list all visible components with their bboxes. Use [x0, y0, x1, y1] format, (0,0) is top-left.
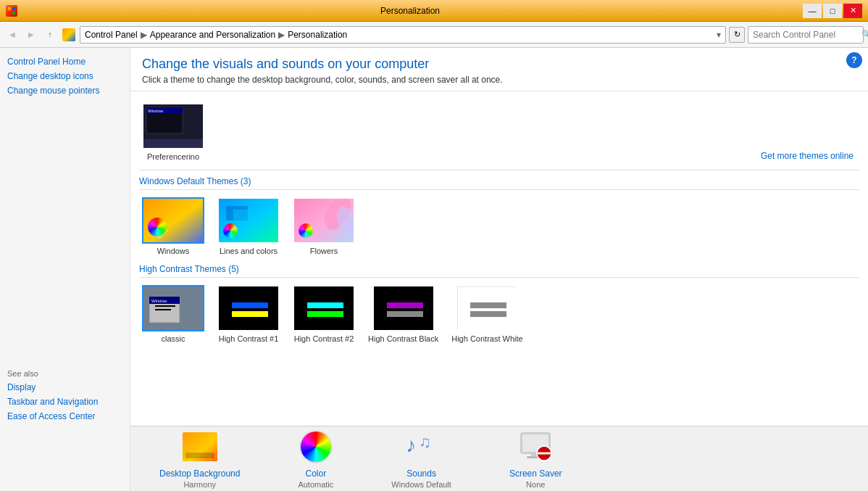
- svg-rect-23: [155, 309, 171, 310]
- color-sublabel: Automatic: [298, 480, 333, 489]
- maximize-button[interactable]: □: [823, 4, 842, 18]
- content-title: Change the visuals and sounds on your co…: [142, 57, 856, 72]
- close-button[interactable]: ✕: [843, 4, 862, 18]
- hc-white-thumbnail: [456, 285, 518, 331]
- svg-rect-26: [232, 311, 268, 317]
- path-sep-2: ▶: [278, 30, 285, 40]
- flowers-thumbnail: [293, 197, 355, 244]
- theme-item-hc-white[interactable]: High Contrast White: [448, 282, 525, 346]
- svg-rect-27: [294, 286, 355, 331]
- sounds-label: Sounds: [406, 469, 436, 479]
- classic-thumbnail: Window: [142, 285, 204, 331]
- theme-item-hc-black[interactable]: High Contrast Black: [365, 282, 441, 346]
- get-more-themes-link[interactable]: Get more themes online: [761, 151, 854, 161]
- address-path[interactable]: Control Panel ▶ Appearance and Personali…: [80, 26, 726, 44]
- theme-item-lines-colors[interactable]: Lines and colors: [214, 194, 283, 258]
- lines-colors-thumbnail: [217, 197, 280, 244]
- sidebar-item-ease-of-access[interactable]: Ease of Access Center: [7, 411, 123, 421]
- content-area: Change the visuals and sounds on your co…: [130, 48, 868, 491]
- flowers-label: Flowers: [310, 247, 338, 255]
- path-segment-1: Control Panel: [85, 30, 138, 40]
- window-controls: — □ ✕: [803, 4, 862, 18]
- lines-colors-label: Lines and colors: [220, 247, 277, 255]
- toolbar-item-sounds[interactable]: ♪ ♫ Sounds Windows Default: [391, 429, 451, 489]
- sidebar-item-display[interactable]: Display: [7, 382, 123, 392]
- hc2-preview: [294, 286, 355, 331]
- theme-item-classic[interactable]: Window classic: [139, 282, 207, 346]
- toolbar-item-desktop-bg[interactable]: Desktop Background Harmony: [159, 429, 240, 489]
- svg-rect-22: [155, 305, 175, 307]
- sidebar-item-change-mouse-pointers[interactable]: Change mouse pointers: [7, 86, 122, 96]
- sidebar-item-control-panel-home[interactable]: Control Panel Home: [7, 57, 122, 67]
- svg-rect-37: [185, 453, 214, 458]
- help-button[interactable]: ?: [846, 52, 862, 68]
- hc-black-label: High Contrast Black: [368, 334, 438, 343]
- forward-button[interactable]: ▶: [23, 27, 39, 43]
- classic-preview: Window: [143, 286, 204, 331]
- svg-rect-0: [8, 7, 11, 10]
- windows-default-section-header: Windows Default Themes (3): [139, 176, 859, 190]
- sidebar-item-change-desktop-icons[interactable]: Change desktop icons: [7, 71, 122, 81]
- svg-text:♪: ♪: [406, 434, 416, 456]
- window-title: Personalization: [17, 6, 803, 16]
- hc1-preview: [219, 286, 280, 331]
- hc2-thumbnail: [293, 285, 355, 331]
- main-layout: Control Panel Home Change desktop icons …: [0, 48, 868, 491]
- high-contrast-section-header: High Contrast Themes (5): [139, 264, 859, 278]
- svg-text:Window: Window: [151, 299, 167, 303]
- screen-saver-sublabel: None: [526, 480, 545, 489]
- sounds-preview: ♪ ♫: [404, 432, 439, 462]
- svg-rect-5: [143, 139, 204, 149]
- search-icon[interactable]: 🔍: [861, 30, 868, 39]
- svg-rect-30: [374, 286, 435, 331]
- color-icon: [299, 429, 333, 464]
- svg-rect-33: [457, 286, 518, 331]
- hc-black-thumbnail: [372, 285, 435, 331]
- preferencerino-label: Preferencerino: [147, 152, 199, 161]
- desktop-bg-label: Desktop Background: [159, 469, 240, 479]
- sounds-icon: ♪ ♫: [404, 429, 439, 464]
- desktop-bg-sublabel: Harmony: [183, 480, 216, 489]
- path-segment-3: Personalization: [288, 30, 347, 40]
- themes-scroll-container[interactable]: Window Preferencerino Get more themes on…: [130, 91, 868, 426]
- content-subtitle: Click a theme to change the desktop back…: [142, 75, 856, 85]
- windows-thumbnail: [142, 197, 204, 244]
- theme-item-flowers[interactable]: Flowers: [290, 194, 358, 258]
- content-header: Change the visuals and sounds on your co…: [130, 48, 868, 91]
- toolbar-item-screen-saver[interactable]: Screen Saver None: [509, 429, 562, 489]
- see-also-title: See also: [7, 369, 123, 378]
- svg-rect-45: [538, 452, 551, 454]
- hc1-label: High Contrast #1: [219, 334, 279, 343]
- sidebar-item-taskbar-nav[interactable]: Taskbar and Navigation: [7, 397, 123, 407]
- my-themes-section: Window Preferencerino Get more themes on…: [139, 97, 859, 170]
- preferencerino-thumbnail: Window: [142, 103, 204, 149]
- toolbar-item-color[interactable]: Color Automatic: [298, 429, 333, 489]
- hc-white-label: High Contrast White: [451, 334, 522, 343]
- path-segment-2: Appearance and Personalization: [150, 30, 275, 40]
- color-wheel-icon: [301, 432, 331, 462]
- theme-item-preferencerino[interactable]: Window Preferencerino: [139, 100, 207, 164]
- screen-saver-label: Screen Saver: [509, 469, 562, 479]
- app-icon: [6, 5, 17, 17]
- lines-colorwheel: [222, 223, 239, 238]
- windows-colorwheel: [148, 218, 167, 236]
- minimize-button[interactable]: —: [803, 4, 822, 18]
- theme-item-hc1[interactable]: High Contrast #1: [214, 282, 283, 346]
- screensaver-preview: [518, 432, 553, 462]
- search-input[interactable]: [753, 30, 861, 40]
- desktop-background-icon: [183, 429, 217, 464]
- up-button[interactable]: ↑: [42, 27, 58, 43]
- hc-black-preview: [374, 286, 435, 331]
- path-sep-1: ▶: [141, 30, 147, 40]
- refresh-button[interactable]: ↻: [729, 27, 745, 43]
- color-label: Color: [306, 469, 327, 479]
- path-dropdown[interactable]: ▾: [717, 30, 721, 40]
- theme-item-hc2[interactable]: High Contrast #2: [290, 282, 358, 346]
- bottom-toolbar: Desktop Background Harmony Color Automat…: [130, 426, 868, 491]
- svg-rect-32: [387, 311, 423, 317]
- back-button[interactable]: ◀: [4, 27, 20, 43]
- svg-rect-1: [12, 7, 15, 10]
- hc1-thumbnail: [217, 285, 280, 331]
- svg-rect-3: [12, 12, 15, 15]
- theme-item-windows[interactable]: Windows: [139, 194, 207, 258]
